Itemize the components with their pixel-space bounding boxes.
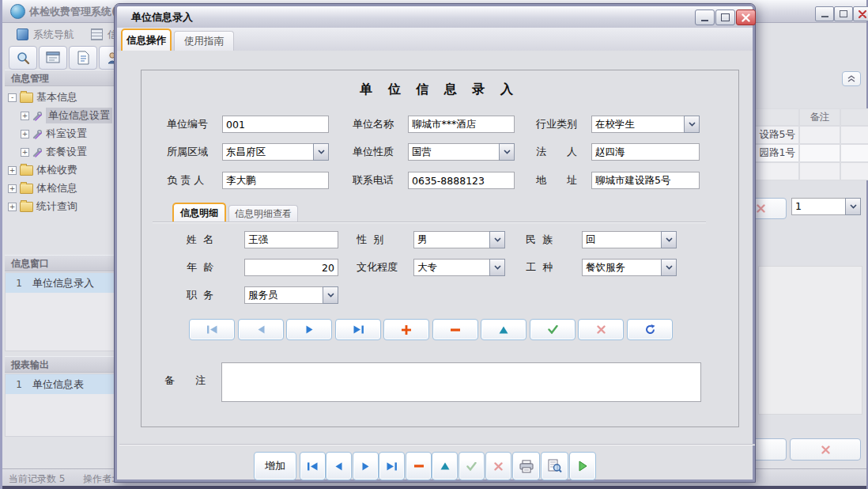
dialog-close-button[interactable] bbox=[736, 9, 756, 25]
add-button[interactable]: 增加 bbox=[254, 452, 296, 480]
chevron-down-icon[interactable] bbox=[845, 198, 861, 215]
unit-nature-value: 国营 bbox=[408, 143, 499, 161]
nav-first-button[interactable] bbox=[189, 319, 235, 340]
manager-input[interactable] bbox=[222, 172, 329, 189]
chevron-down-icon[interactable] bbox=[489, 231, 505, 248]
list-item-unit-info-table[interactable]: 1 单位信息表 bbox=[6, 374, 119, 394]
chevron-down-icon[interactable] bbox=[313, 143, 329, 161]
chevron-down-icon[interactable] bbox=[661, 259, 677, 276]
person-name-input[interactable] bbox=[244, 231, 338, 248]
unit-nature-combobox[interactable]: 国营 bbox=[408, 143, 515, 161]
dialog-minimize-button[interactable] bbox=[695, 9, 715, 25]
tab-system-nav[interactable]: 系统导航 bbox=[9, 25, 82, 44]
ethnic-combobox[interactable]: 回 bbox=[582, 231, 677, 248]
address-input[interactable] bbox=[591, 172, 700, 189]
grid-header-remark[interactable]: 备注 bbox=[799, 108, 840, 126]
dialog-maximize-button[interactable] bbox=[715, 9, 735, 25]
legal-person-input[interactable] bbox=[591, 143, 700, 161]
age-input[interactable] bbox=[244, 259, 338, 276]
print-button[interactable] bbox=[512, 452, 540, 480]
unit-code-input[interactable] bbox=[222, 116, 329, 133]
toolbar-first-button[interactable] bbox=[300, 452, 326, 480]
phone-input[interactable] bbox=[408, 172, 515, 189]
expand-icon[interactable]: + bbox=[21, 112, 29, 120]
tab-info-detail[interactable]: 信息明细 bbox=[172, 203, 226, 222]
grid-cell-remark[interactable] bbox=[799, 126, 840, 144]
job-type-combobox[interactable]: 餐饮服务 bbox=[582, 259, 677, 276]
background-cancel-button[interactable] bbox=[790, 438, 861, 461]
expand-icon[interactable]: + bbox=[8, 203, 17, 211]
grid-cell-remark[interactable] bbox=[799, 162, 840, 180]
tab-info-operation[interactable]: 信息操作 bbox=[121, 28, 172, 51]
page-number-combobox[interactable]: 1 bbox=[791, 198, 861, 215]
nav-edit-button[interactable] bbox=[481, 319, 526, 340]
search-toolbar-button[interactable] bbox=[9, 46, 37, 70]
toolbar-next-button[interactable] bbox=[353, 452, 379, 480]
unit-name-input[interactable] bbox=[408, 116, 515, 133]
grid-cell-extra[interactable] bbox=[840, 144, 868, 162]
toolbar-post-button[interactable] bbox=[459, 452, 485, 480]
restore-button[interactable] bbox=[834, 6, 853, 21]
toolbar-prior-button[interactable] bbox=[326, 452, 352, 480]
nav-insert-button[interactable] bbox=[383, 319, 429, 340]
tree-item-unit-info-setting[interactable]: + 单位信息设置 bbox=[21, 108, 112, 123]
tree-item-statistics-query[interactable]: + 统计查询 bbox=[8, 199, 77, 214]
region-combobox[interactable]: 东昌府区 bbox=[222, 143, 329, 161]
remark-label: 备 注 bbox=[164, 372, 206, 389]
industry-combobox[interactable]: 在校学生 bbox=[591, 116, 700, 133]
chevron-down-icon[interactable] bbox=[661, 231, 677, 248]
print-preview-button[interactable] bbox=[541, 452, 568, 480]
grid-cell-remark[interactable] bbox=[799, 144, 840, 162]
chevron-down-icon[interactable] bbox=[489, 259, 505, 276]
chevron-down-icon[interactable] bbox=[323, 286, 338, 304]
education-combobox[interactable]: 大专 bbox=[413, 259, 505, 276]
collapse-panel-button[interactable] bbox=[842, 71, 861, 86]
nav-refresh-button[interactable] bbox=[627, 319, 673, 340]
grid-cell-extra[interactable] bbox=[840, 126, 868, 144]
toolbar-delete-button[interactable] bbox=[406, 452, 432, 480]
position-combobox[interactable]: 服务员 bbox=[244, 286, 338, 304]
expand-icon[interactable]: + bbox=[8, 166, 17, 175]
toolbar-cancel-button[interactable] bbox=[485, 452, 511, 480]
nav-post-button[interactable] bbox=[530, 319, 576, 340]
tree-item-exam-fee[interactable]: + 体检收费 bbox=[8, 162, 77, 178]
close-icon bbox=[859, 10, 866, 18]
close-button[interactable] bbox=[853, 6, 868, 21]
toolbar-last-button[interactable] bbox=[379, 452, 405, 480]
tree-item-department-setting[interactable]: + 科室设置 bbox=[21, 126, 87, 142]
tree-item-exam-info[interactable]: + 体检信息 bbox=[8, 180, 77, 196]
nav-next-button[interactable] bbox=[286, 319, 332, 340]
tree-item-basic-info[interactable]: - 基本信息 bbox=[8, 89, 77, 105]
expand-icon[interactable]: + bbox=[8, 184, 17, 193]
chevron-down-icon[interactable] bbox=[684, 116, 700, 133]
last-record-icon bbox=[386, 462, 398, 471]
grid-header-extra[interactable] bbox=[840, 108, 868, 126]
run-button[interactable] bbox=[569, 452, 596, 480]
tab-user-guide[interactable]: 使用指南 bbox=[174, 31, 234, 51]
document-toolbar-button[interactable] bbox=[69, 46, 97, 70]
prior-record-icon bbox=[334, 462, 343, 471]
prior-record-icon bbox=[257, 325, 266, 334]
nav-delete-button[interactable] bbox=[432, 319, 478, 340]
folder-icon bbox=[20, 93, 33, 103]
chevron-down-icon[interactable] bbox=[499, 143, 515, 161]
remark-textarea[interactable] bbox=[221, 362, 701, 402]
expand-icon[interactable]: + bbox=[21, 148, 29, 157]
toolbar-edit-button[interactable] bbox=[432, 452, 458, 480]
tree-item-package-setting[interactable]: + 套餐设置 bbox=[21, 144, 87, 160]
gender-combobox[interactable]: 男 bbox=[413, 231, 505, 248]
report-toolbar-button[interactable] bbox=[39, 46, 67, 70]
nav-last-button[interactable] bbox=[335, 319, 381, 340]
expand-icon[interactable]: + bbox=[21, 130, 29, 138]
tab-info-detail-view[interactable]: 信息明细查看 bbox=[228, 205, 298, 222]
tree-item-label: 统计查询 bbox=[36, 199, 77, 214]
list-item-unit-info-entry[interactable]: 1 单位信息录入 bbox=[6, 273, 119, 293]
nav-prior-button[interactable] bbox=[238, 319, 284, 340]
nav-cancel-button[interactable] bbox=[578, 319, 624, 340]
check-icon bbox=[548, 325, 558, 334]
collapse-icon[interactable]: - bbox=[8, 93, 17, 102]
minimize-button[interactable] bbox=[815, 6, 834, 21]
maximize-icon bbox=[721, 13, 730, 21]
dialog-titlebar[interactable]: 单位信息录入 bbox=[117, 6, 753, 28]
grid-cell-extra[interactable] bbox=[840, 162, 868, 180]
